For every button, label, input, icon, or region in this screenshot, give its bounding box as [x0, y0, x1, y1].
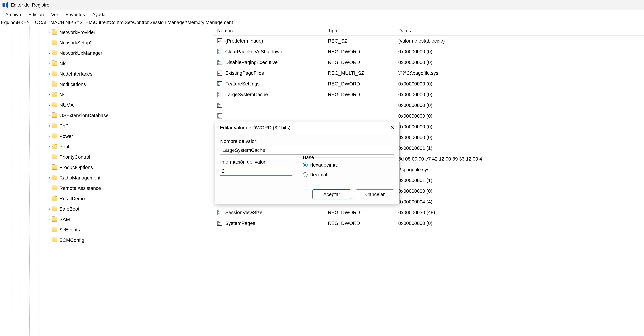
dword-value-icon: [217, 92, 222, 97]
chevron-right-icon[interactable]: ›: [47, 144, 52, 149]
tree-pane[interactable]: ›NetworkProvider·NetworkSetup2›NetworkUx…: [0, 26, 213, 336]
tree-item[interactable]: ›Power: [0, 131, 213, 141]
value-row[interactable]: LargeSystemCacheREG_DWORD0x00000000 (0): [213, 89, 644, 100]
chevron-right-icon[interactable]: ›: [47, 72, 52, 76]
tree-item[interactable]: ·Notifications: [0, 79, 213, 89]
menu-edicion[interactable]: Edición: [25, 10, 48, 18]
radio-dec-row[interactable]: Decimal: [303, 170, 390, 179]
address-bar[interactable]: Equipo\HKEY_LOCAL_MACHINE\SYSTEM\Current…: [0, 19, 644, 26]
dword-value-icon: [217, 113, 222, 118]
chevron-right-icon[interactable]: ›: [47, 113, 52, 118]
folder-icon: [52, 103, 57, 107]
tree-item[interactable]: ›Print: [0, 141, 213, 152]
value-type: REG_DWORD: [328, 81, 398, 87]
header-type[interactable]: Tipo: [328, 28, 398, 33]
tree-item[interactable]: ·RetailDemo: [0, 193, 213, 204]
tree-item-label: NetworkSetup2: [59, 40, 92, 45]
tree-item-label: PnP: [59, 123, 68, 129]
tree-item-label: PriorityControl: [59, 154, 90, 160]
dialog-title: Editar valor de DWORD (32 bits): [220, 125, 290, 131]
ok-button[interactable]: Aceptar: [312, 189, 351, 199]
chevron-right-icon[interactable]: ›: [47, 176, 52, 180]
value-name-input[interactable]: [220, 146, 394, 154]
header-name[interactable]: Nombre: [217, 28, 328, 33]
tree-item-label: Power: [59, 134, 73, 139]
value-row[interactable]: ExistingPageFilesREG_MULTI_SZ\??\C:\page…: [213, 68, 644, 78]
value-row[interactable]: ClearPageFileAtShutdownREG_DWORD0x000000…: [213, 46, 644, 57]
tree-item[interactable]: ›NetworkUxManager: [0, 48, 213, 58]
value-data: ?:\pagefile.sys: [398, 167, 644, 172]
chevron-right-icon[interactable]: ›: [47, 61, 52, 66]
menu-archivo[interactable]: Archivo: [2, 10, 25, 18]
tree-item[interactable]: ›SAM: [0, 214, 213, 225]
value-row[interactable]: SessionViewSizeREG_DWORD0x00000030 (48): [213, 207, 644, 218]
tree-item[interactable]: ›NetworkProvider: [0, 27, 213, 37]
tree-item[interactable]: ›SafeBoot: [0, 204, 213, 214]
chevron-right-icon[interactable]: ›: [47, 92, 52, 97]
menu-favoritos[interactable]: Favoritos: [62, 10, 88, 18]
chevron-right-icon[interactable]: ›: [47, 103, 52, 107]
value-type: REG_DWORD: [328, 210, 398, 215]
string-value-icon: [217, 38, 222, 43]
folder-icon: [52, 72, 57, 76]
radio-hex-row[interactable]: Hexadecimal: [303, 160, 390, 170]
tree-item[interactable]: ›Nls: [0, 58, 213, 69]
tree-item[interactable]: ·ProductOptions: [0, 162, 213, 173]
radio-hex[interactable]: [303, 163, 308, 167]
dword-value-icon: [217, 103, 222, 108]
chevron-right-icon[interactable]: ›: [47, 134, 52, 138]
tree-item[interactable]: ·NetworkSetup2: [0, 37, 213, 48]
chevron-right-icon[interactable]: ›: [47, 51, 52, 55]
header-data[interactable]: Datos: [398, 28, 644, 33]
cancel-button[interactable]: Cancelar: [356, 189, 394, 199]
value-row[interactable]: (Predeterminado)REG_SZ(valor no establec…: [213, 35, 644, 46]
value-data: 0x00000004 (4): [398, 199, 644, 205]
folder-icon: [52, 82, 57, 86]
tree-item-label: SAM: [59, 217, 70, 222]
value-data: 0x00000000 (0): [398, 81, 644, 87]
folder-icon: [52, 196, 57, 201]
tree-item[interactable]: ›PnP: [0, 121, 213, 131]
folder-icon: [52, 134, 57, 138]
menu-ayuda[interactable]: Ayuda: [88, 10, 109, 18]
chevron-right-icon[interactable]: ›: [47, 124, 52, 128]
value-data: 0x00000000 (0): [398, 49, 644, 54]
value-name: LargeSystemCache: [225, 92, 268, 97]
tree-item-label: NetworkUxManager: [59, 50, 102, 56]
base-legend: Base: [302, 155, 315, 160]
value-type: REG_DWORD: [328, 221, 398, 226]
tree-item-label: NodeInterfaces: [59, 71, 92, 77]
tree-item[interactable]: ›NUMA: [0, 100, 213, 110]
tree-item[interactable]: ·ScEvents: [0, 225, 213, 235]
regedit-icon: [2, 2, 8, 8]
dword-value-icon: [217, 60, 222, 65]
tree-item[interactable]: ›RadioManagement: [0, 173, 213, 183]
chevron-right-icon[interactable]: ›: [47, 217, 52, 222]
value-row[interactable]: DisablePagingExecutiveREG_DWORD0x0000000…: [213, 57, 644, 68]
chevron-right-icon[interactable]: ›: [47, 30, 52, 34]
dword-value-icon: [217, 210, 222, 215]
close-icon[interactable]: ✕: [388, 124, 397, 132]
tree-item[interactable]: ›NodeInterfaces: [0, 69, 213, 79]
menu-ver[interactable]: Ver: [48, 10, 62, 18]
value-data: (valor no establecido): [398, 38, 644, 44]
tree-item[interactable]: ·SCMConfig: [0, 235, 213, 245]
tree-item[interactable]: ›Nsi: [0, 89, 213, 100]
tree-item[interactable]: ›OSExtensionDatabase: [0, 110, 213, 121]
radio-dec[interactable]: [303, 172, 308, 177]
value-name: DisablePagingExecutive: [225, 60, 278, 65]
folder-icon: [52, 51, 57, 55]
tree-item-label: OSExtensionDatabase: [59, 113, 108, 118]
value-type: REG_DWORD: [328, 49, 398, 54]
value-data: 0x00000000 (0): [398, 135, 644, 140]
value-data-input[interactable]: [220, 166, 292, 176]
value-row[interactable]: FeatureSettingsREG_DWORD0x00000000 (0): [213, 78, 644, 89]
value-row[interactable]: 0x00000000 (0): [213, 100, 644, 111]
folder-icon: [52, 61, 57, 66]
value-name: SessionViewSize: [225, 210, 262, 215]
tree-item[interactable]: ·Remote Assistance: [0, 183, 213, 193]
chevron-right-icon[interactable]: ›: [47, 207, 52, 211]
tree-item[interactable]: ·PriorityControl: [0, 152, 213, 162]
value-row[interactable]: SystemPagesREG_DWORD0x00000000 (0): [213, 218, 644, 229]
value-row[interactable]: 0x00000000 (0): [213, 111, 644, 121]
